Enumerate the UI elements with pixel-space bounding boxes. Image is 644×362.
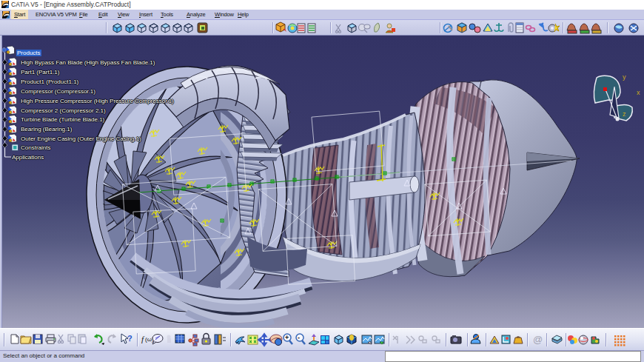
svg-text:z: z: [623, 110, 626, 118]
svg-text:?: ?: [127, 334, 133, 343]
svg-text:x: x: [637, 89, 640, 96]
svg-text:@: @: [533, 334, 543, 345]
svg-text:y: y: [623, 73, 626, 81]
svg-text:+: +: [285, 334, 289, 341]
svg-text:-: -: [298, 334, 300, 341]
